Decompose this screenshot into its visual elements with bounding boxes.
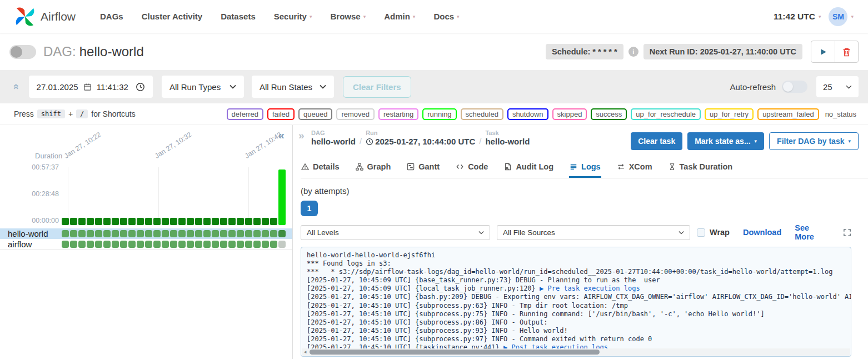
dag-run-bar[interactable] [178, 218, 186, 225]
nav-item-browse[interactable]: Browse▾ [330, 12, 366, 21]
task-instance-cell[interactable] [95, 241, 102, 248]
task-row-airflow[interactable]: airflow [0, 239, 292, 250]
base-date-input[interactable]: 27.01.2025 11:41:32 [29, 76, 153, 98]
dag-run-bar[interactable] [203, 218, 211, 225]
tab-task-duration[interactable]: Task Duration [668, 157, 734, 178]
nav-item-datasets[interactable]: Datasets [221, 12, 256, 21]
see-more-link[interactable]: See More [795, 223, 830, 241]
state-badge-removed[interactable]: removed [336, 108, 375, 120]
dag-run-bar[interactable] [228, 218, 236, 225]
task-instance-cell[interactable] [145, 230, 152, 237]
dag-pause-toggle[interactable] [9, 45, 36, 59]
task-instance-cell[interactable] [62, 241, 69, 248]
log-sources-select[interactable]: All File Sources [497, 225, 690, 240]
expand-grid-icon[interactable]: » [298, 129, 305, 142]
dag-run-bar[interactable] [128, 218, 136, 225]
task-instance-cell[interactable] [62, 230, 69, 237]
dag-run-bar[interactable] [262, 218, 269, 225]
task-instance-cell[interactable] [220, 241, 227, 248]
dag-run-bar[interactable] [237, 218, 244, 225]
download-link[interactable]: Download [743, 228, 781, 237]
task-instance-cell[interactable] [245, 241, 252, 248]
state-badge-scheduled[interactable]: scheduled [461, 108, 503, 120]
task-instance-cell[interactable] [262, 230, 269, 237]
dag-run-bar[interactable] [187, 218, 194, 225]
nav-item-dags[interactable]: DAGs [100, 12, 123, 21]
task-instance-cell[interactable] [162, 241, 169, 248]
dag-run-bar[interactable] [137, 218, 144, 225]
dag-run-bar[interactable] [162, 218, 169, 225]
state-badge-restarting[interactable]: restarting [378, 108, 418, 120]
tab-xcom[interactable]: XCom [616, 157, 653, 178]
dag-run-bar[interactable] [170, 218, 177, 225]
task-instance-cell[interactable] [270, 230, 277, 237]
task-row-hello-world[interactable]: hello-world [0, 228, 292, 239]
horizontal-scrollbar[interactable]: ◄ [302, 348, 850, 356]
task-instance-cell[interactable] [178, 230, 186, 237]
trigger-dag-button[interactable] [811, 41, 835, 62]
dag-run-bar[interactable] [195, 218, 202, 225]
dag-run-bar[interactable] [112, 218, 119, 225]
page-size-select[interactable]: 25 [816, 76, 859, 97]
task-instance-cell[interactable] [87, 241, 94, 248]
task-instance-cell[interactable] [278, 230, 286, 237]
state-badge-queued[interactable]: queued [298, 108, 332, 120]
avatar[interactable]: SM [829, 7, 847, 26]
dag-run-bar[interactable] [145, 218, 152, 225]
log-levels-select[interactable]: All Levels [301, 225, 490, 240]
breadcrumb-dag[interactable]: DAG hello-world [311, 129, 356, 146]
nav-item-admin[interactable]: Admin▾ [384, 12, 415, 21]
task-instance-cell[interactable] [153, 230, 161, 237]
task-instance-cell[interactable] [270, 241, 277, 248]
task-instance-cell[interactable] [245, 230, 252, 237]
airflow-brand[interactable]: Airflow [14, 6, 76, 27]
dag-run-bar[interactable] [253, 218, 261, 225]
state-badge-running[interactable]: running [422, 108, 456, 120]
task-instance-cell[interactable] [195, 230, 202, 237]
task-instance-cell[interactable] [253, 230, 261, 237]
run-types-select[interactable]: All Run Types [162, 76, 244, 98]
mark-state-button[interactable]: Mark state as...▾ [687, 132, 764, 150]
task-instance-cell[interactable] [262, 241, 269, 248]
tab-code[interactable]: Code [455, 157, 488, 178]
task-instance-cell[interactable] [112, 230, 119, 237]
task-instance-cell[interactable] [112, 241, 119, 248]
task-instance-cell[interactable] [212, 230, 219, 237]
task-instance-cell[interactable] [70, 230, 77, 237]
task-instance-cell[interactable] [237, 241, 244, 248]
task-instance-cell[interactable] [237, 230, 244, 237]
dag-run-bar[interactable] [62, 218, 69, 225]
scroll-left-arrow[interactable]: ◄ [303, 350, 307, 355]
task-instance-cell[interactable] [228, 230, 236, 237]
tab-details[interactable]: Details [301, 157, 340, 178]
filter-dag-button[interactable]: Filter DAG by task▾ [769, 132, 859, 150]
delete-dag-button[interactable] [835, 41, 858, 62]
state-badge-deferred[interactable]: deferred [227, 108, 263, 120]
task-instance-cell[interactable] [178, 241, 186, 248]
task-instance-cell[interactable] [137, 230, 144, 237]
task-instance-cell[interactable] [103, 230, 111, 237]
dag-run-bar[interactable] [78, 218, 86, 225]
task-instance-cell[interactable] [203, 241, 211, 248]
tab-audit-log[interactable]: Audit Log [503, 157, 554, 178]
dag-run-bar[interactable] [103, 218, 111, 225]
task-instance-cell[interactable] [128, 241, 136, 248]
utc-clock[interactable]: 11:42 UTC ▾ [774, 12, 821, 22]
auto-refresh-toggle[interactable] [782, 81, 807, 93]
task-instance-cell[interactable] [162, 230, 169, 237]
dag-run-bar[interactable] [87, 218, 94, 225]
task-row-label[interactable]: hello-world [0, 229, 62, 238]
task-instance-cell[interactable] [87, 230, 94, 237]
dag-run-bar[interactable] [245, 218, 252, 225]
state-badge-failed[interactable]: failed [267, 108, 295, 120]
task-instance-cell[interactable] [78, 241, 86, 248]
task-instance-cell[interactable] [95, 230, 102, 237]
state-badge-up-for-reschedule[interactable]: up_for_reschedule [631, 108, 701, 120]
state-badge-shutdown[interactable]: shutdown [507, 108, 548, 120]
state-badge-skipped[interactable]: skipped [552, 108, 587, 120]
state-badge-up-for-retry[interactable]: up_for_retry [705, 108, 754, 120]
task-instance-cell[interactable] [153, 241, 161, 248]
task-instance-cell[interactable] [228, 241, 236, 248]
dag-run-bar[interactable] [70, 218, 77, 225]
task-instance-cell[interactable] [195, 241, 202, 248]
